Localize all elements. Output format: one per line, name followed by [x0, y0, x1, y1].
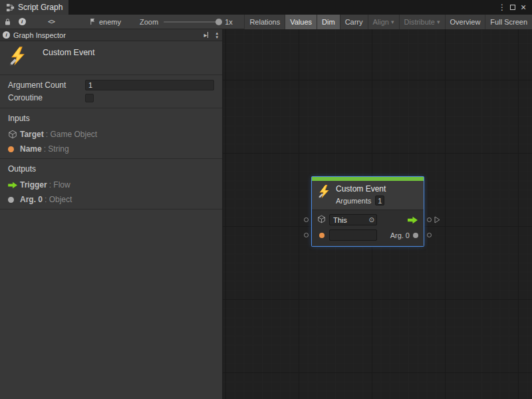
zoom-control: Zoom 1x: [140, 18, 233, 26]
maximize-box: [510, 5, 515, 10]
argument-count-label: Argument Count: [8, 80, 85, 90]
info-icon: i: [3, 31, 10, 39]
node-row-name: Arg. 0: [317, 229, 418, 241]
custom-event-icon: [317, 184, 331, 205]
lock-icon[interactable]: [0, 15, 15, 29]
zoom-label: Zoom: [140, 18, 158, 26]
output-port-trigger[interactable]: [427, 217, 432, 222]
flow-arrow-icon: [8, 182, 20, 189]
window-controls: ⋮ ×: [497, 0, 532, 15]
object-picker-icon[interactable]: ⊙: [369, 217, 374, 223]
graph-asset-breadcrumb[interactable]: enemy: [89, 18, 121, 26]
trigger-port-icon[interactable]: [408, 216, 418, 224]
output-port-arg0[interactable]: [427, 233, 432, 237]
graph-asset-icon: [89, 18, 96, 25]
relations-button[interactable]: Relations: [244, 15, 285, 29]
full-screen-button[interactable]: Full Screen: [485, 15, 532, 29]
outputs-section: Outputs Trigger : Flow Arg. 0 : Object: [0, 159, 222, 209]
game-object-cube-icon: [317, 214, 326, 226]
coroutine-label: Coroutine: [8, 93, 85, 102]
coroutine-checkbox[interactable]: [85, 94, 94, 102]
input-port-target[interactable]: [304, 217, 309, 222]
carry-button[interactable]: Carry: [340, 15, 368, 29]
target-object-field[interactable]: This ⊙: [329, 214, 377, 225]
flow-direction-triangle-icon: [434, 216, 440, 223]
distribute-button[interactable]: Distribute▾: [399, 15, 445, 29]
tab-label: Script Graph: [18, 3, 63, 12]
tab-script-graph[interactable]: Script Graph: [0, 0, 68, 15]
script-graph-window: Script Graph ⋮ × i <> enemy Zoom 1x R: [0, 0, 532, 399]
values-button[interactable]: Values: [285, 15, 317, 29]
toolbar-buttons: Relations Values Dim Carry Align▾ Distri…: [244, 15, 532, 29]
port-row-trigger: Trigger : Flow: [8, 178, 214, 192]
script-graph-icon: [6, 3, 15, 12]
overview-button[interactable]: Overview: [445, 15, 485, 29]
align-button[interactable]: Align▾: [368, 15, 399, 29]
port-row-name: Name : String: [8, 142, 214, 156]
chevron-down-icon: ▾: [437, 19, 440, 25]
inspector-title: Graph Inspector: [13, 31, 66, 39]
port-row-target: Target : Game Object: [8, 127, 214, 142]
graph-canvas[interactable]: Custom Event Arguments 1 This: [223, 29, 532, 399]
dock-icon[interactable]: ▸: [203, 31, 208, 39]
argument-count-input[interactable]: [85, 80, 214, 90]
tab-bar: Script Graph ⋮ ×: [0, 0, 532, 15]
target-object-value: This: [333, 216, 347, 224]
inputs-title: Inputs: [8, 114, 214, 123]
custom-event-node[interactable]: Custom Event Arguments 1 This: [312, 177, 424, 246]
port-row-arg0: Arg. 0 : Object: [8, 192, 214, 207]
maximize-icon[interactable]: [507, 0, 518, 15]
zoom-slider-handle[interactable]: [215, 19, 222, 25]
argument-count-row: Argument Count: [8, 79, 214, 91]
graph-asset-name: enemy: [99, 18, 121, 26]
string-port-icon[interactable]: [317, 233, 326, 238]
coroutine-row: Coroutine: [8, 92, 214, 104]
object-dot-icon: [8, 197, 20, 203]
zoom-value: 1x: [225, 18, 233, 26]
chevron-down-icon: ▾: [391, 19, 394, 25]
name-input-field[interactable]: [329, 229, 377, 241]
custom-event-icon: [8, 46, 28, 69]
arguments-label: Arguments: [336, 197, 371, 205]
inspector-empty-area: [0, 209, 222, 399]
node-arguments-row: Arguments 1: [336, 196, 386, 205]
scroll-arrows[interactable]: ▴ ▾: [215, 31, 218, 39]
object-port-icon[interactable]: [413, 233, 418, 238]
inspector-header: i Graph Inspector ▸ ▴ ▾: [0, 29, 222, 41]
info-icon: i: [19, 18, 26, 25]
node-header[interactable]: Custom Event Arguments 1: [312, 181, 424, 209]
event-fields-section: Argument Count Coroutine: [0, 75, 222, 108]
input-port-name[interactable]: [304, 233, 309, 237]
inspector-toggle-icon[interactable]: i: [15, 15, 29, 29]
graph-toolbar: i <> enemy Zoom 1x Relations Values Dim …: [0, 15, 532, 29]
arguments-count-field[interactable]: 1: [375, 196, 384, 205]
kebab-menu-icon[interactable]: ⋮: [497, 0, 507, 15]
zoom-slider[interactable]: [164, 21, 219, 23]
event-header-section: Custom Event: [0, 41, 222, 75]
arg0-label: Arg. 0: [390, 231, 410, 239]
inputs-section: Inputs Target : Game Object Name : Strin…: [0, 108, 222, 159]
node-body: This ⊙ Arg. 0: [312, 209, 424, 246]
graph-inspector-panel: i Graph Inspector ▸ ▴ ▾: [0, 29, 223, 399]
game-object-cube-icon: [8, 130, 20, 139]
string-dot-icon: [8, 146, 20, 152]
close-icon[interactable]: ×: [518, 0, 529, 15]
event-title: Custom Event: [43, 48, 95, 57]
node-title: Custom Event: [336, 184, 386, 194]
node-row-target: This ⊙: [317, 213, 418, 226]
dim-button[interactable]: Dim: [317, 15, 340, 29]
scroll-down-icon[interactable]: ▾: [215, 35, 218, 39]
code-icon[interactable]: <>: [44, 15, 59, 29]
outputs-title: Outputs: [8, 164, 214, 174]
